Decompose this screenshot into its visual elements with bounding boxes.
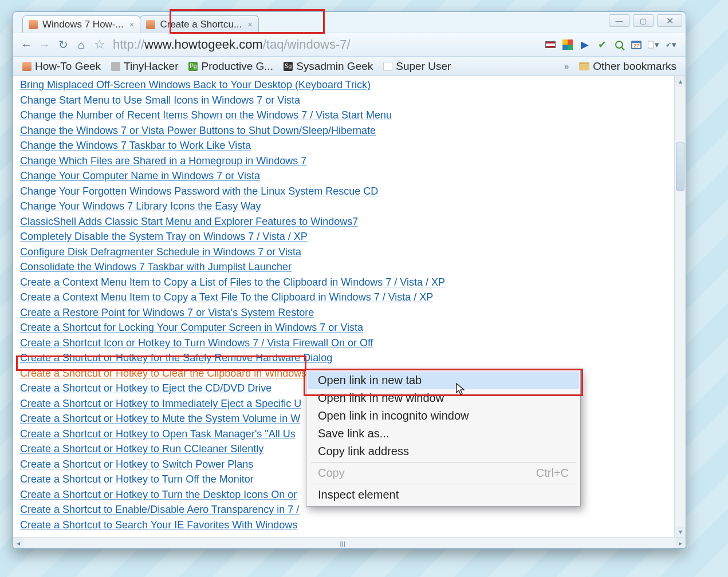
article-link[interactable]: Configure Disk Defragmenter Schedule in …: [20, 244, 671, 260]
horizontal-scrollbar[interactable]: ◂ III ▸: [13, 537, 686, 548]
context-menu-item[interactable]: Open link in incognito window: [308, 407, 579, 425]
bookmark-icon: Pg: [188, 62, 198, 71]
scroll-right-arrow[interactable]: ▸: [675, 538, 686, 548]
article-link[interactable]: Bring Misplaced Off-Screen Windows Back …: [20, 77, 671, 93]
minimize-button[interactable]: —: [609, 14, 629, 27]
context-separator: [311, 484, 576, 484]
address-bar[interactable]: http://www.howtogeek.com/taq/windows-7/: [111, 37, 541, 52]
article-link[interactable]: Create a Shortcut or Hotkey for the Safe…: [20, 350, 671, 366]
article-link[interactable]: Create a Shortcut Icon or Hotkey to Turn…: [20, 335, 671, 351]
article-link[interactable]: Completely Disable the System Tray on Wi…: [20, 229, 671, 244]
context-menu-item[interactable]: Copy link address: [308, 442, 579, 460]
article-link[interactable]: Change Your Computer Name in Windows 7 o…: [20, 168, 671, 184]
reload-button[interactable]: ↻: [56, 37, 70, 52]
mosaic-icon[interactable]: [562, 39, 573, 50]
context-menu-item[interactable]: Save link as...: [308, 425, 579, 442]
context-copy: Copy Ctrl+C: [308, 464, 579, 482]
bookmark-overflow[interactable]: »: [561, 60, 572, 72]
tab-active[interactable]: Windows 7 How-... ×: [22, 15, 140, 33]
article-link[interactable]: Create a Context Menu Item to Copy a Lis…: [20, 275, 671, 290]
context-inspect[interactable]: Inspect element: [308, 486, 579, 504]
svg-text:27: 27: [633, 43, 639, 49]
scroll-left-arrow[interactable]: ◂: [13, 538, 23, 548]
scroll-down-arrow[interactable]: ▾: [675, 527, 686, 537]
magnifier-icon[interactable]: [613, 39, 625, 50]
other-bookmarks[interactable]: Other bookmarks: [576, 59, 680, 74]
bookmarks-bar: How-To Geek TinyHacker PgProductive G...…: [13, 57, 686, 76]
maximize-button[interactable]: ▢: [633, 14, 654, 27]
bookmark-howtogeek[interactable]: How-To Geek: [19, 59, 104, 74]
article-link[interactable]: Change Start Menu to Use Small Icons in …: [20, 93, 671, 108]
favicon-icon: [29, 20, 38, 29]
article-link[interactable]: Change the Number of Recent Items Shown …: [20, 108, 671, 123]
tab-title: Windows 7 How-...: [42, 19, 124, 30]
context-menu: Open link in new tabOpen link in new win…: [306, 369, 581, 507]
bookmark-icon: [22, 62, 32, 71]
bookmark-icon: [111, 62, 120, 71]
article-link[interactable]: Change Your Forgotten Windows Password w…: [20, 184, 671, 199]
context-menu-item[interactable]: Open link in new window: [308, 389, 579, 407]
article-link[interactable]: ClassicShell Adds Classic Start Menu and…: [20, 214, 671, 230]
home-button[interactable]: ⌂: [74, 37, 89, 52]
window-controls: — ▢ ✕: [609, 14, 682, 27]
article-link[interactable]: Create a Shortcut to Search Your IE Favo…: [20, 517, 671, 533]
bookmark-sysadmin[interactable]: SgSysadmin Geek: [280, 59, 376, 74]
bookmark-tinyhacker[interactable]: TinyHacker: [108, 59, 182, 74]
url-host: www.howtogeek.com: [144, 37, 263, 52]
article-link[interactable]: Change the Windows 7 or Vista Power Butt…: [20, 123, 671, 139]
wrench-icon[interactable]: ▾: [665, 39, 676, 50]
scroll-up-arrow[interactable]: ▴: [675, 76, 686, 86]
favicon-icon: [146, 20, 155, 29]
bookmark-superuser[interactable]: Super User: [380, 59, 454, 74]
article-link[interactable]: Change the Windows 7 Taskbar to Work Lik…: [20, 138, 671, 153]
bookmark-productive[interactable]: PgProductive G...: [185, 59, 277, 74]
bookmark-icon: [383, 62, 392, 71]
article-link[interactable]: Create a Context Menu Item to Copy a Tex…: [20, 290, 671, 305]
context-separator: [311, 462, 576, 463]
back-button[interactable]: ←: [19, 37, 34, 52]
bookmark-icon: Sg: [284, 62, 293, 71]
forward-button[interactable]: →: [37, 37, 52, 52]
article-link[interactable]: Consolidate the Windows 7 Taskbar with J…: [20, 259, 671, 275]
tab-strip: Windows 7 How-... × Create a Shortcu... …: [13, 12, 686, 33]
check-icon[interactable]: ✔: [596, 39, 608, 50]
tab-close-icon[interactable]: ×: [247, 19, 253, 29]
play-icon[interactable]: ▶: [579, 39, 591, 50]
star-button[interactable]: ☆: [92, 37, 107, 52]
article-link[interactable]: Change Your Windows 7 Library Icons the …: [20, 199, 671, 214]
article-link[interactable]: Create a Restore Point for Windows 7 or …: [20, 305, 671, 321]
scroll-thumb[interactable]: [676, 143, 684, 191]
url-path: /taq/windows-7/: [263, 37, 351, 52]
nav-toolbar: ← → ↻ ⌂ ☆ http://www.howtogeek.com/taq/w…: [13, 33, 686, 57]
vertical-scrollbar[interactable]: ▴ ▾: [674, 76, 686, 537]
flag-icon[interactable]: [545, 39, 556, 50]
folder-icon: [579, 62, 589, 70]
toolbar-extensions: ▶ ✔ 27 ▾ ▾: [545, 39, 680, 50]
article-link[interactable]: Change Which Files are Shared in a Homeg…: [20, 153, 671, 169]
page-icon[interactable]: ▾: [648, 39, 659, 50]
scroll-track[interactable]: [675, 86, 686, 527]
tab-close-icon[interactable]: ×: [129, 19, 135, 29]
article-link[interactable]: Create a Shortcut for Locking Your Compu…: [20, 320, 671, 335]
url-scheme: http://: [113, 37, 144, 52]
context-menu-item[interactable]: Open link in new tab: [308, 372, 579, 389]
calendar-icon[interactable]: 27: [631, 39, 642, 50]
close-window-button[interactable]: ✕: [657, 14, 682, 27]
tab-background[interactable]: Create a Shortcu... ×: [140, 15, 258, 33]
tab-title: Create a Shortcu...: [160, 19, 242, 30]
